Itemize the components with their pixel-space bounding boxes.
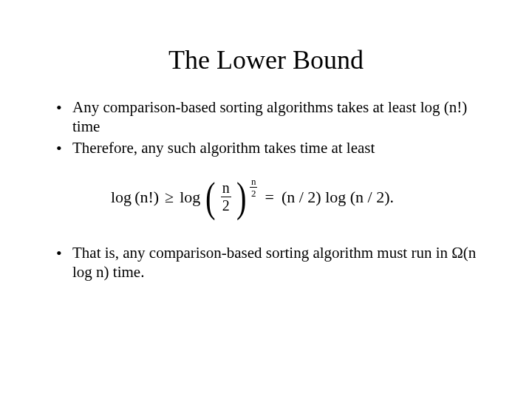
- fraction-numerator: n: [250, 177, 258, 187]
- exponent-fraction: n 2: [250, 177, 258, 199]
- slide-title: The Lower Bound: [44, 44, 488, 75]
- formula-block: log (n!) ≥ log ( n 2 ) n 2 = (n / 2) log…: [44, 177, 488, 218]
- left-paren: (: [205, 178, 216, 216]
- formula: log (n!) ≥ log ( n 2 ) n 2 = (n / 2) log…: [111, 177, 488, 218]
- fraction-denominator: 2: [221, 198, 231, 214]
- fraction-denominator: 2: [250, 188, 258, 199]
- log-text: log: [180, 188, 200, 207]
- bullet-list: That is, any comparison-based sorting al…: [52, 243, 488, 282]
- lhs-arg: (n!): [134, 188, 159, 207]
- bullet-item: That is, any comparison-based sorting al…: [52, 243, 488, 282]
- bullet-item: Therefore, any such algorithm takes time…: [52, 138, 488, 157]
- bullet-list: Any comparison-based sorting algorithms …: [52, 98, 488, 157]
- log-text: log: [111, 188, 132, 207]
- eq-symbol: =: [265, 188, 273, 207]
- fraction-numerator: n: [221, 180, 231, 196]
- bullet-item: Any comparison-based sorting algorithms …: [52, 98, 488, 137]
- slide: The Lower Bound Any comparison-based sor…: [0, 0, 532, 399]
- rhs-tail: (n / 2) log (n / 2).: [282, 188, 394, 207]
- ge-symbol: ≥: [165, 188, 174, 207]
- fraction-n-over-2: n 2: [221, 180, 231, 214]
- right-paren: ): [236, 178, 247, 216]
